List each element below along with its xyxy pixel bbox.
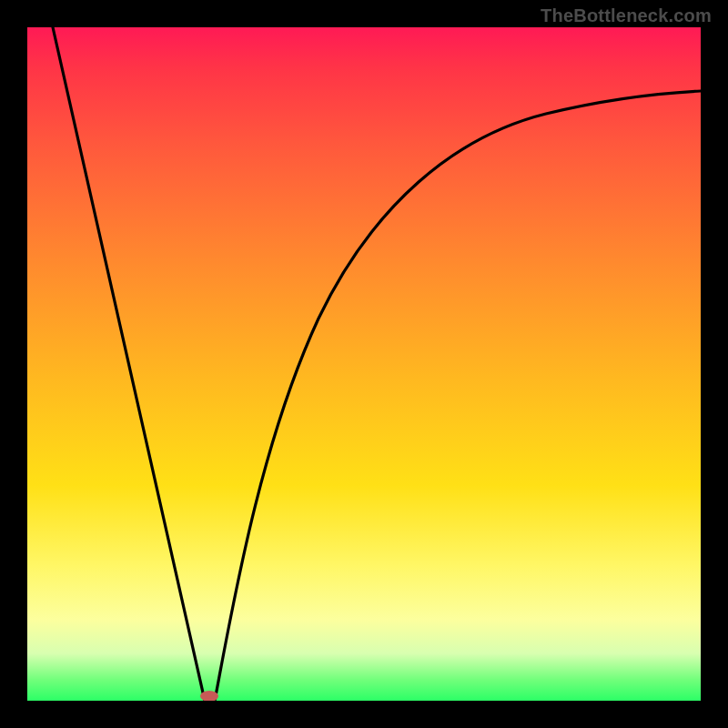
- watermark-text: TheBottleneck.com: [541, 5, 712, 26]
- chart-background-gradient: [27, 27, 701, 701]
- chart-frame: [27, 27, 701, 701]
